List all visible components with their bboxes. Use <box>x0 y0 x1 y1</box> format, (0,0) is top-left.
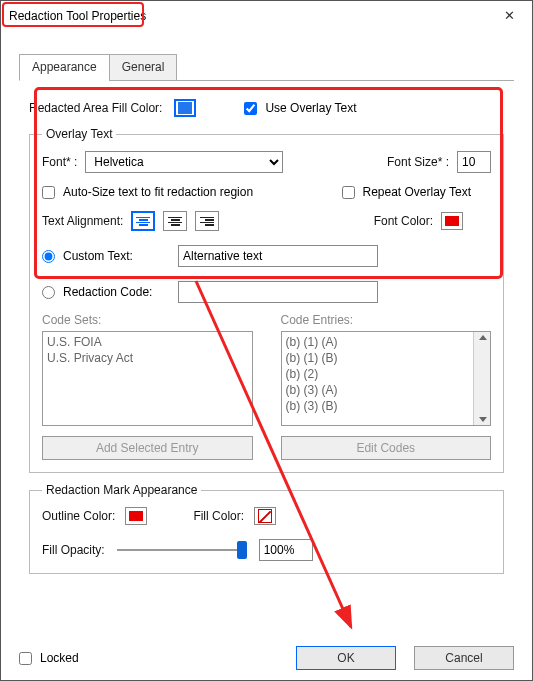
title-bar: Redaction Tool Properties ✕ <box>1 1 532 31</box>
align-left-button[interactable] <box>131 211 155 231</box>
dialog-footer: Locked OK Cancel <box>19 646 514 670</box>
font-select[interactable]: Helvetica <box>85 151 283 173</box>
add-selected-entry-button: Add Selected Entry <box>42 436 253 460</box>
tab-general[interactable]: General <box>109 54 178 81</box>
overlay-text-group: Overlay Text Font* : Helvetica Font Size… <box>29 127 504 473</box>
locked-checkbox[interactable]: Locked <box>19 651 79 665</box>
font-color-swatch[interactable] <box>441 212 463 230</box>
fill-opacity-slider[interactable] <box>117 549 247 551</box>
window-title: Redaction Tool Properties <box>9 9 146 23</box>
use-overlay-checkbox[interactable]: Use Overlay Text <box>244 101 356 115</box>
mark-legend: Redaction Mark Appearance <box>42 483 201 497</box>
mark-fill-color-swatch[interactable] <box>254 507 276 525</box>
fill-color-swatch[interactable] <box>174 99 196 117</box>
list-item[interactable]: (b) (3) (A) <box>286 382 487 398</box>
close-icon[interactable]: ✕ <box>487 1 532 31</box>
scrollbar[interactable] <box>473 332 490 425</box>
overlay-legend: Overlay Text <box>42 127 116 141</box>
list-item[interactable]: U.S. Privacy Act <box>47 350 248 366</box>
fill-color-label: Redacted Area Fill Color: <box>29 101 162 115</box>
font-size-label: Font Size* : <box>387 155 449 169</box>
font-size-input[interactable] <box>457 151 491 173</box>
cancel-button[interactable]: Cancel <box>414 646 514 670</box>
align-center-button[interactable] <box>163 211 187 231</box>
tab-body: Redacted Area Fill Color: Use Overlay Te… <box>19 81 514 594</box>
code-entries-label: Code Entries: <box>281 313 492 327</box>
mark-appearance-group: Redaction Mark Appearance Outline Color:… <box>29 483 504 574</box>
outline-color-label: Outline Color: <box>42 509 115 523</box>
code-sets-label: Code Sets: <box>42 313 253 327</box>
redaction-code-radio[interactable]: Redaction Code: <box>42 285 170 299</box>
custom-text-radio[interactable]: Custom Text: <box>42 249 170 263</box>
mark-fill-color-label: Fill Color: <box>193 509 244 523</box>
edit-codes-button: Edit Codes <box>281 436 492 460</box>
fill-opacity-input[interactable] <box>259 539 313 561</box>
list-item[interactable]: U.S. FOIA <box>47 334 248 350</box>
tab-appearance[interactable]: Appearance <box>19 54 110 81</box>
font-label: Font* : <box>42 155 77 169</box>
list-item[interactable]: (b) (3) (B) <box>286 398 487 414</box>
outline-color-swatch[interactable] <box>125 507 147 525</box>
fill-opacity-label: Fill Opacity: <box>42 543 105 557</box>
custom-text-input[interactable] <box>178 245 378 267</box>
text-align-label: Text Alignment: <box>42 214 123 228</box>
code-entries-list[interactable]: (b) (1) (A) (b) (1) (B) (b) (2) (b) (3) … <box>281 331 492 426</box>
auto-size-checkbox[interactable]: Auto-Size text to fit redaction region <box>42 185 253 199</box>
align-right-button[interactable] <box>195 211 219 231</box>
code-sets-list[interactable]: U.S. FOIA U.S. Privacy Act <box>42 331 253 426</box>
redaction-code-input <box>178 281 378 303</box>
font-color-label: Font Color: <box>374 214 433 228</box>
repeat-overlay-checkbox[interactable]: Repeat Overlay Text <box>342 185 472 199</box>
tab-strip: Appearance General <box>19 53 514 81</box>
list-item[interactable]: (b) (2) <box>286 366 487 382</box>
list-item[interactable]: (b) (1) (B) <box>286 350 487 366</box>
ok-button[interactable]: OK <box>296 646 396 670</box>
list-item[interactable]: (b) (1) (A) <box>286 334 487 350</box>
